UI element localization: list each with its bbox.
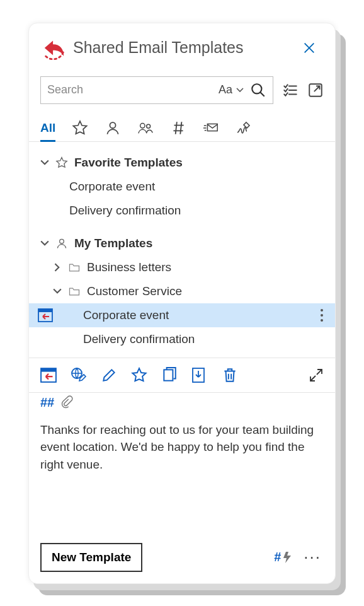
filter-tab-shortcuts[interactable] [170, 115, 186, 141]
template-item[interactable]: Corporate event [29, 175, 335, 199]
svg-point-9 [321, 309, 323, 312]
svg-point-6 [60, 239, 64, 243]
checklist-icon[interactable] [282, 82, 299, 98]
svg-point-3 [140, 124, 145, 128]
svg-rect-15 [164, 370, 173, 380]
filter-tab-my[interactable] [105, 115, 121, 141]
header: Shared Email Templates [29, 23, 335, 65]
filter-tab-mail[interactable] [203, 115, 219, 141]
template-preview: Thanks for reaching out to us for your t… [29, 416, 335, 485]
folder-icon [68, 285, 81, 298]
insert-button[interactable] [40, 367, 57, 383]
svg-point-0 [252, 84, 261, 93]
search-input[interactable] [47, 83, 212, 96]
svg-point-4 [147, 124, 151, 128]
svg-rect-5 [208, 124, 218, 131]
edit-button[interactable] [101, 367, 117, 383]
more-vertical-icon[interactable] [320, 308, 324, 322]
template-item-label: Corporate event [69, 180, 155, 194]
template-item-label: Delivery confirmation [83, 332, 195, 346]
favorite-button[interactable] [131, 367, 147, 383]
folder-icon [68, 261, 81, 274]
filter-tab-team[interactable] [137, 115, 154, 141]
people-icon [137, 120, 154, 136]
search-icon[interactable] [250, 82, 266, 98]
template-item-selected[interactable]: Corporate event [29, 303, 335, 327]
person-outline-icon [55, 237, 68, 250]
template-meta: ## [29, 393, 335, 416]
star-outline-icon [55, 156, 68, 169]
filter-tabs: All [29, 107, 335, 142]
folder-item[interactable]: Business letters [29, 255, 335, 279]
chevron-down-icon [53, 287, 62, 296]
copy-button[interactable] [161, 367, 178, 383]
svg-point-2 [110, 122, 116, 128]
insert-template-icon[interactable] [38, 308, 53, 322]
chevron-down-icon [40, 239, 49, 248]
signature-icon [236, 120, 252, 136]
shortcut-indicator[interactable]: ## [40, 395, 54, 410]
action-toolbar [29, 358, 335, 392]
new-template-label: New Template [52, 551, 131, 564]
svg-rect-8 [38, 309, 52, 312]
web-edit-button[interactable] [71, 367, 87, 383]
case-toggle-label: Aa [219, 83, 232, 96]
filter-tab-sign[interactable] [236, 115, 252, 141]
new-template-button[interactable]: New Template [40, 543, 142, 572]
chevron-right-icon [53, 263, 62, 272]
hash-icon [170, 120, 186, 136]
section-favorites[interactable]: Favorite Templates [29, 151, 335, 175]
section-my-templates[interactable]: My Templates [29, 231, 335, 255]
preview-text: Thanks for reaching out to us for your t… [40, 423, 314, 471]
app-title: Shared Email Templates [73, 38, 299, 57]
svg-point-11 [321, 319, 323, 322]
panel: Shared Email Templates Aa A [28, 23, 336, 584]
folder-item[interactable]: Customer Service [29, 279, 335, 303]
person-icon [105, 120, 121, 136]
ai-shortcut-button[interactable]: # [274, 550, 292, 564]
template-item[interactable]: Delivery confirmation [29, 199, 335, 223]
svg-rect-13 [41, 368, 56, 371]
template-item[interactable]: Delivery confirmation [29, 327, 335, 351]
section-label: My Templates [74, 236, 152, 250]
ai-shortcut-label: # [274, 550, 281, 564]
case-toggle[interactable]: Aa [219, 83, 244, 96]
folder-label: Customer Service [87, 284, 182, 298]
delete-button[interactable] [222, 367, 238, 383]
app-logo-icon [42, 36, 67, 60]
template-item-label: Corporate event [83, 308, 169, 322]
template-item-label: Delivery confirmation [69, 204, 181, 218]
folder-label: Business letters [87, 260, 171, 274]
chevron-down-icon [40, 158, 49, 167]
filter-tab-all[interactable]: All [40, 115, 55, 141]
filter-tab-all-label: All [40, 121, 55, 135]
footer: New Template # ··· [29, 539, 335, 583]
search-box[interactable]: Aa [40, 76, 273, 104]
import-button[interactable] [191, 367, 208, 383]
search-row: Aa [29, 65, 335, 107]
expand-button[interactable] [309, 368, 324, 383]
template-tree: Favorite Templates Corporate event Deliv… [29, 142, 335, 358]
close-button[interactable] [299, 38, 320, 57]
filter-tab-favorites[interactable] [72, 115, 88, 141]
chevron-down-icon [236, 86, 244, 94]
section-label: Favorite Templates [74, 156, 183, 170]
attachment-icon[interactable] [60, 395, 73, 409]
more-menu-button[interactable]: ··· [301, 547, 324, 567]
star-icon [72, 120, 88, 136]
open-external-icon[interactable] [307, 82, 324, 98]
mail-quick-icon [203, 120, 219, 136]
svg-point-10 [321, 314, 323, 317]
